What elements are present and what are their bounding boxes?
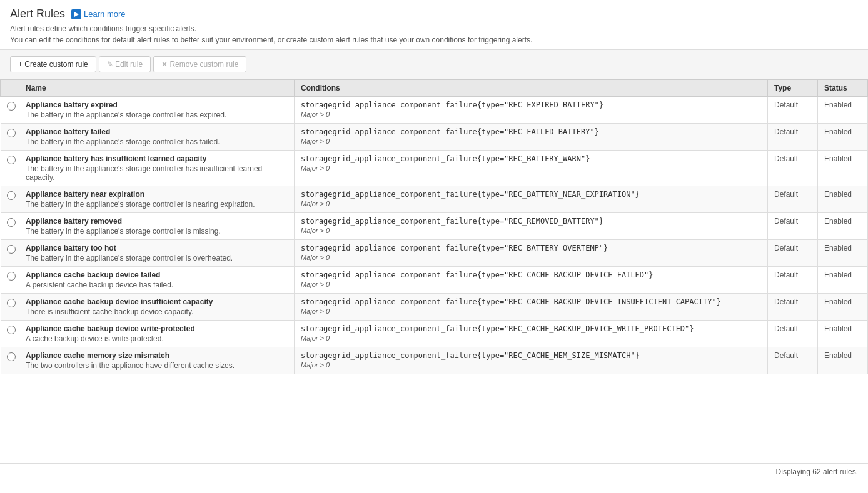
row-name-cell: Appliance battery near expirationThe bat… bbox=[19, 186, 295, 213]
rule-name: Appliance cache backup device failed bbox=[26, 271, 288, 279]
row-type-cell: Default bbox=[768, 97, 818, 124]
row-type-cell: Default bbox=[768, 267, 818, 294]
row-radio-input[interactable] bbox=[7, 272, 16, 281]
row-conditions-cell: storagegrid_appliance_component_failure{… bbox=[295, 294, 768, 321]
row-radio-input[interactable] bbox=[7, 156, 16, 164]
rule-name: Appliance cache backup device write-prot… bbox=[26, 324, 288, 333]
create-custom-rule-button[interactable]: + Create custom rule bbox=[10, 56, 96, 72]
page-title-row: Alert Rules Learn more bbox=[10, 7, 858, 21]
table-row[interactable]: Appliance cache backup device write-prot… bbox=[1, 321, 868, 347]
row-name-cell: Appliance cache backup device insufficie… bbox=[19, 294, 295, 321]
rule-name: Appliance cache memory size mismatch bbox=[26, 351, 288, 360]
col-header-name: Name bbox=[19, 80, 295, 97]
row-type-cell: Default bbox=[768, 347, 818, 374]
row-status-cell: Enabled bbox=[818, 240, 868, 267]
row-name-cell: Appliance cache memory size mismatchThe … bbox=[19, 347, 295, 374]
table-row[interactable]: Appliance battery near expirationThe bat… bbox=[1, 186, 868, 213]
row-radio-cell bbox=[1, 267, 19, 294]
rule-name: Appliance battery near expiration bbox=[26, 190, 288, 199]
condition-expression: storagegrid_appliance_component_failure{… bbox=[301, 297, 761, 306]
rule-description: There is insufficient cache backup devic… bbox=[26, 307, 288, 316]
learn-more-link[interactable]: Learn more bbox=[71, 9, 125, 19]
row-status-cell: Enabled bbox=[818, 97, 868, 124]
display-count: Displaying 62 alert rules. bbox=[776, 467, 858, 476]
row-conditions-cell: storagegrid_appliance_component_failure{… bbox=[295, 97, 768, 124]
row-radio-cell bbox=[1, 347, 19, 374]
row-radio-input[interactable] bbox=[7, 245, 16, 254]
table-row[interactable]: Appliance battery too hotThe battery in … bbox=[1, 240, 868, 267]
rule-description: The battery in the appliance's storage c… bbox=[26, 137, 288, 146]
row-radio-cell bbox=[1, 294, 19, 321]
remove-custom-rule-button[interactable]: ✕ Remove custom rule bbox=[153, 56, 246, 72]
row-radio-cell bbox=[1, 321, 19, 347]
row-radio-cell bbox=[1, 151, 19, 186]
row-name-cell: Appliance cache backup device write-prot… bbox=[19, 321, 295, 347]
col-header-status: Status bbox=[818, 80, 868, 97]
learn-more-label: Learn more bbox=[84, 9, 125, 19]
condition-expression: storagegrid_appliance_component_failure{… bbox=[301, 324, 761, 333]
alert-rules-table: Name Conditions Type Status Appliance ba… bbox=[0, 79, 868, 374]
table-row[interactable]: Appliance battery expiredThe battery in … bbox=[1, 97, 868, 124]
row-radio-input[interactable] bbox=[7, 191, 16, 200]
table-row[interactable]: Appliance cache backup device failedA pe… bbox=[1, 267, 868, 294]
condition-severity: Major > 0 bbox=[301, 281, 761, 288]
row-radio-cell bbox=[1, 186, 19, 213]
video-icon bbox=[71, 9, 81, 19]
row-radio-input[interactable] bbox=[7, 352, 16, 361]
rule-name: Appliance battery removed bbox=[26, 217, 288, 226]
row-type-cell: Default bbox=[768, 294, 818, 321]
row-radio-input[interactable] bbox=[7, 129, 16, 137]
condition-severity: Major > 0 bbox=[301, 361, 761, 369]
row-type-cell: Default bbox=[768, 124, 818, 151]
table-row[interactable]: Appliance cache backup device insufficie… bbox=[1, 294, 868, 321]
row-conditions-cell: storagegrid_appliance_component_failure{… bbox=[295, 267, 768, 294]
condition-expression: storagegrid_appliance_component_failure{… bbox=[301, 127, 761, 136]
table-row[interactable]: Appliance battery removedThe battery in … bbox=[1, 213, 868, 240]
rule-description: The battery in the appliance's storage c… bbox=[26, 111, 288, 119]
row-radio-input[interactable] bbox=[7, 218, 16, 227]
rule-name: Appliance battery too hot bbox=[26, 244, 288, 252]
condition-expression: storagegrid_appliance_component_failure{… bbox=[301, 351, 761, 360]
row-radio-cell bbox=[1, 240, 19, 267]
condition-severity: Major > 0 bbox=[301, 227, 761, 234]
condition-severity: Major > 0 bbox=[301, 164, 761, 172]
row-radio-input[interactable] bbox=[7, 102, 16, 111]
row-type-cell: Default bbox=[768, 186, 818, 213]
description2: You can edit the conditions for default … bbox=[10, 36, 858, 44]
description1: Alert rules define which conditions trig… bbox=[10, 24, 858, 33]
row-type-cell: Default bbox=[768, 151, 818, 186]
rule-name: Appliance battery has insufficient learn… bbox=[26, 154, 288, 163]
row-conditions-cell: storagegrid_appliance_component_failure{… bbox=[295, 151, 768, 186]
row-conditions-cell: storagegrid_appliance_component_failure{… bbox=[295, 321, 768, 347]
condition-expression: storagegrid_appliance_component_failure{… bbox=[301, 101, 761, 109]
condition-severity: Major > 0 bbox=[301, 307, 761, 315]
row-status-cell: Enabled bbox=[818, 186, 868, 213]
table-row[interactable]: Appliance battery has insufficient learn… bbox=[1, 151, 868, 186]
row-radio-input[interactable] bbox=[7, 299, 16, 307]
table-container: Name Conditions Type Status Appliance ba… bbox=[0, 79, 868, 463]
condition-severity: Major > 0 bbox=[301, 200, 761, 207]
condition-severity: Major > 0 bbox=[301, 111, 761, 118]
row-name-cell: Appliance battery removedThe battery in … bbox=[19, 213, 295, 240]
row-status-cell: Enabled bbox=[818, 321, 868, 347]
row-radio-cell bbox=[1, 97, 19, 124]
condition-expression: storagegrid_appliance_component_failure{… bbox=[301, 271, 761, 279]
condition-expression: storagegrid_appliance_component_failure{… bbox=[301, 190, 761, 199]
rule-description: The battery in the appliance's storage c… bbox=[26, 227, 288, 236]
row-name-cell: Appliance battery expiredThe battery in … bbox=[19, 97, 295, 124]
row-status-cell: Enabled bbox=[818, 151, 868, 186]
rule-name: Appliance battery expired bbox=[26, 101, 288, 109]
row-type-cell: Default bbox=[768, 213, 818, 240]
row-conditions-cell: storagegrid_appliance_component_failure{… bbox=[295, 213, 768, 240]
edit-rule-button[interactable]: ✎ Edit rule bbox=[99, 56, 151, 72]
rule-description: The battery in the appliance's storage c… bbox=[26, 200, 288, 209]
rule-description: The battery in the appliance's storage c… bbox=[26, 254, 288, 262]
page-header: Alert Rules Learn more Alert rules defin… bbox=[0, 0, 868, 49]
table-row[interactable]: Appliance battery failedThe battery in t… bbox=[1, 124, 868, 151]
row-name-cell: Appliance cache backup device failedA pe… bbox=[19, 267, 295, 294]
row-status-cell: Enabled bbox=[818, 347, 868, 374]
rule-description: A persistent cache backup device has fai… bbox=[26, 281, 288, 289]
row-radio-input[interactable] bbox=[7, 326, 16, 334]
table-row[interactable]: Appliance cache memory size mismatchThe … bbox=[1, 347, 868, 374]
col-header-radio bbox=[1, 80, 19, 97]
